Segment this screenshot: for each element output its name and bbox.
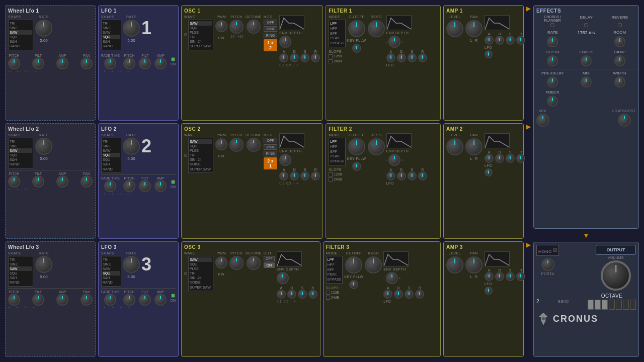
- wheel-lfo-1-filt-knob[interactable]: [32, 57, 44, 69]
- osc-3-wave-led[interactable]: [184, 272, 187, 275]
- filter-3-r-knob[interactable]: [415, 290, 424, 299]
- wheel-lfo-1-amp-knob[interactable]: [56, 57, 68, 69]
- filter-1-slope-12[interactable]: 12dB: [329, 54, 342, 58]
- chorus-fdbck-knob[interactable]: [547, 96, 558, 107]
- chorus-rate-knob[interactable]: [547, 36, 558, 47]
- osc-1-multiplier[interactable]: 1 x 2: [264, 39, 277, 51]
- delay-fdbck-knob[interactable]: [581, 55, 592, 66]
- osc-1-s-knob[interactable]: [300, 53, 309, 62]
- filter-3-cutoff-knob[interactable]: [345, 256, 362, 274]
- lfo-2-amp-knob[interactable]: [154, 180, 167, 192]
- amp-2-s-knob[interactable]: [506, 154, 515, 163]
- oct-seg-2[interactable]: [595, 300, 601, 310]
- osc-2-detune-knob[interactable]: [247, 138, 261, 152]
- osc-3-pwm-knob[interactable]: [215, 256, 227, 268]
- low-boost-knob[interactable]: [618, 114, 631, 127]
- lfo-3-on-led[interactable]: [171, 294, 175, 298]
- row-2-arrow[interactable]: ▶: [526, 123, 531, 239]
- reverb-damp-knob[interactable]: [614, 55, 625, 66]
- filter-2-slope-24[interactable]: 24dB: [329, 177, 342, 182]
- filter-1-key-knob[interactable]: [352, 44, 361, 53]
- delay-mix-knob[interactable]: [581, 76, 592, 87]
- lfo-2-shape-list[interactable]: TRISINESAWSQUSQUS&HRAND: [101, 138, 121, 173]
- wheel-lfo-2-pan-knob[interactable]: [80, 175, 93, 188]
- osc-3-s-knob[interactable]: [298, 290, 307, 299]
- filter-1-mode-list[interactable]: LPFHPFBPFPEAKBYPASS: [329, 20, 346, 47]
- filter-1-d-knob[interactable]: [397, 53, 406, 62]
- osc-1-mod-off[interactable]: OFF: [264, 20, 277, 25]
- filter-2-cutoff-knob[interactable]: [348, 138, 365, 155]
- wheel-lfo-1-rate-knob[interactable]: [35, 20, 52, 37]
- filter-2-key-knob[interactable]: [352, 162, 361, 171]
- filter-2-a-knob[interactable]: [386, 171, 395, 180]
- reverb-width-knob[interactable]: [614, 76, 625, 87]
- osc-1-d-knob[interactable]: [290, 53, 299, 62]
- lfo-1-filt-knob[interactable]: [139, 57, 151, 69]
- porta-knob[interactable]: [541, 258, 554, 271]
- filter-3-a-knob[interactable]: [383, 290, 392, 299]
- row-3-arrow[interactable]: ▶: [526, 241, 531, 357]
- osc-1-pitch-knob[interactable]: [229, 20, 244, 34]
- lfo-3-rate-knob[interactable]: [123, 256, 140, 273]
- lfo-1-rate-knob[interactable]: [123, 20, 140, 37]
- wheel-lfo-3-shape-list[interactable]: TRISINESAWSQUS&HRAND: [8, 256, 33, 287]
- lfo-3-amp-knob[interactable]: [154, 294, 167, 306]
- filter-3-mode-list[interactable]: LPFHPFBPFPEAKBYPASS: [326, 256, 343, 284]
- filter-1-cutoff-knob[interactable]: [348, 20, 365, 37]
- wheel-lfo-3-pan-knob[interactable]: [80, 294, 93, 306]
- wheel-lfo-2-shape-list[interactable]: TRISINESAWSQUS&HRAND: [8, 138, 33, 168]
- lfo-1-pitch-knob[interactable]: [123, 57, 135, 69]
- filter-1-reso-knob[interactable]: [368, 20, 385, 37]
- osc-1-pwm-knob[interactable]: [215, 20, 227, 32]
- osc-2-wave-list[interactable]: SAWSQUPLSETRISIN -24NOISESUPER SAW: [188, 138, 213, 173]
- wheel-lfo-2-filt-knob[interactable]: [32, 175, 44, 188]
- filter-2-s-knob[interactable]: [408, 171, 417, 180]
- oct-seg-4[interactable]: [609, 300, 615, 310]
- amp-2-r-knob[interactable]: [516, 154, 525, 163]
- amp-1-lfo-knob[interactable]: [485, 50, 493, 58]
- osc-1-detune-knob[interactable]: [247, 20, 261, 34]
- osc-3-out-on[interactable]: ON: [264, 262, 275, 268]
- row-1-arrow[interactable]: ▶: [526, 5, 531, 121]
- lfo-3-fade-knob[interactable]: [104, 294, 116, 306]
- output-volume-knob[interactable]: [601, 260, 631, 291]
- amp-3-level-knob[interactable]: [446, 256, 463, 274]
- osc-3-wave-list[interactable]: SAWSQUPLSETRISIN -24NOISESUPER SAW: [188, 256, 213, 291]
- osc-3-a-knob[interactable]: [277, 290, 286, 299]
- amp-3-s-knob[interactable]: [506, 272, 515, 281]
- wheel-lfo-2-amp-knob[interactable]: [56, 175, 68, 188]
- osc-1-env-depth-knob[interactable]: [279, 36, 291, 48]
- lfo-1-fade-knob[interactable]: [104, 57, 116, 69]
- osc-1-mod-ring[interactable]: RING: [264, 33, 277, 38]
- lfo-2-on-led[interactable]: [171, 180, 175, 184]
- lfo-1-on-led[interactable]: [171, 57, 175, 61]
- osc-3-env-depth-knob[interactable]: [277, 272, 289, 284]
- osc-2-mod-sync[interactable]: SYNC: [264, 144, 277, 150]
- wheel-lfo-3-rate-knob[interactable]: [35, 256, 52, 273]
- oct-seg-3[interactable]: [602, 300, 608, 310]
- amp-2-a-knob[interactable]: [485, 154, 494, 163]
- amp-3-a-knob[interactable]: [485, 272, 494, 281]
- filter-2-d-knob[interactable]: [397, 171, 406, 180]
- amp-2-level-knob[interactable]: [446, 138, 463, 155]
- osc-1-r-knob[interactable]: [311, 53, 320, 62]
- filter-1-r-knob[interactable]: [418, 53, 427, 62]
- filter-3-key-knob[interactable]: [349, 280, 358, 289]
- amp-1-level-knob[interactable]: [446, 20, 463, 37]
- chorus-mix-knob[interactable]: [536, 114, 549, 127]
- osc-3-detune-knob[interactable]: [247, 256, 261, 270]
- filter-1-s-knob[interactable]: [408, 53, 417, 62]
- filter-3-reso-knob[interactable]: [365, 256, 382, 274]
- lfo-1-amp-knob[interactable]: [154, 57, 167, 69]
- amp-1-pan-knob[interactable]: [465, 20, 482, 37]
- osc-3-out-off[interactable]: OFF: [264, 256, 275, 261]
- filter-2-mode-list[interactable]: LPFHPFBPFPEAKBYPASS: [329, 138, 346, 165]
- osc-2-wave-led[interactable]: [184, 154, 187, 157]
- osc-2-mod-ring[interactable]: RING: [264, 151, 277, 156]
- osc-2-a-knob[interactable]: [279, 171, 288, 180]
- lfo-3-filt-knob[interactable]: [139, 294, 151, 306]
- osc-2-mod-off[interactable]: OFF: [264, 138, 277, 143]
- amp-3-r-knob[interactable]: [516, 272, 525, 281]
- filter-2-r-knob[interactable]: [418, 171, 427, 180]
- delay-toggle[interactable]: [584, 23, 588, 27]
